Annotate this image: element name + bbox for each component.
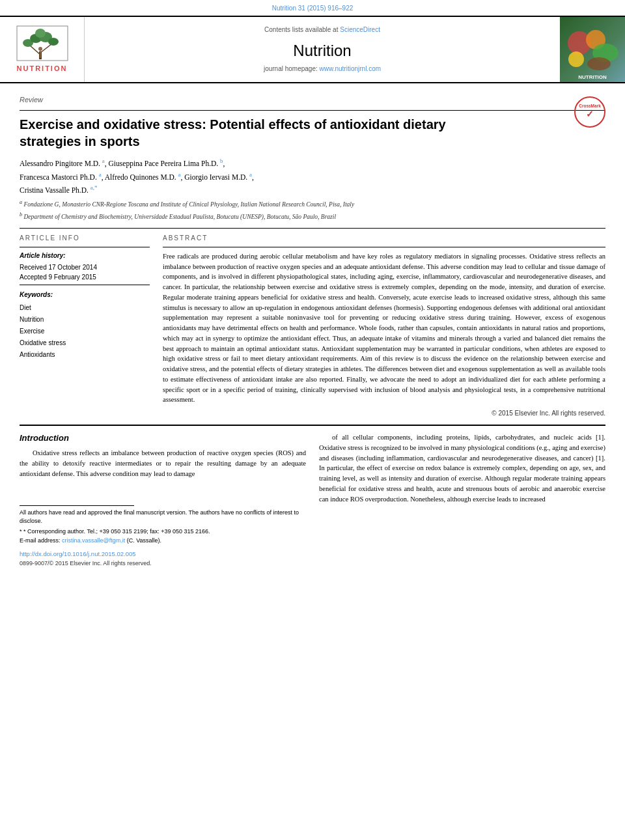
abstract-divider <box>163 247 605 247</box>
header-center: Contents lists available at ScienceDirec… <box>85 17 560 82</box>
elsevier-text: NUTRITION <box>17 64 68 74</box>
keywords-label: Keywords: <box>20 290 150 300</box>
journal-url[interactable]: www.nutritionjrnl.com <box>320 65 381 72</box>
svg-point-7 <box>35 29 46 38</box>
abstract-header: ABSTRACT <box>163 234 605 243</box>
info-abstract-section: ARTICLE INFO Article history: Received 1… <box>20 234 605 418</box>
title-area: CrossMark ✓ Exercise and oxidative stres… <box>20 116 605 150</box>
intro-left-text: Oxidative stress reflects an imbalance b… <box>20 448 306 479</box>
article-title: Exercise and oxidative stress: Potential… <box>20 116 475 150</box>
journal-homepage: journal homepage: www.nutritionjrnl.com <box>264 64 381 74</box>
body-divider <box>20 425 605 426</box>
abstract-text: Free radicals are produced during aerobi… <box>163 251 605 405</box>
article-info-col: ARTICLE INFO Article history: Received 1… <box>20 234 150 418</box>
introduction-heading: Introduction <box>20 432 306 444</box>
title-divider <box>20 110 605 111</box>
issn-line: 0899-9007/© 2015 Elsevier Inc. All right… <box>20 559 306 568</box>
elsevier-logo: NUTRITION <box>0 17 85 82</box>
keyword-oxidative-stress: Oxidative stress <box>20 337 150 349</box>
article-info-header: ARTICLE INFO <box>20 234 150 243</box>
intro-right-col: of all cellular components, including pr… <box>319 432 605 567</box>
footnote-corresponding: * * Corresponding author. Tel.; +39 050 … <box>20 527 306 537</box>
copyright-line: © 2015 Elsevier Inc. All rights reserved… <box>163 409 605 418</box>
contents-available: Contents lists available at ScienceDirec… <box>264 25 380 35</box>
svg-point-6 <box>48 38 59 46</box>
info-abstract-divider <box>20 228 605 229</box>
nutrition-cover-image: NUTRITION <box>560 17 625 82</box>
keyword-antioxidants: Antioxidants <box>20 349 150 361</box>
keyword-nutrition: Nutrition <box>20 314 150 326</box>
authors: Alessandro Pingitore M.D. a, Giuseppina … <box>20 156 605 196</box>
introduction-section: Introduction Oxidative stress reflects a… <box>20 432 605 567</box>
footnote-email: E-mail address: cristina.vassalle@ftgm.i… <box>20 537 306 546</box>
keywords-divider <box>20 285 150 285</box>
journal-ref: Nutrition 31 (2015) 916–922 <box>0 0 625 16</box>
intro-right-text: of all cellular components, including pr… <box>319 432 605 504</box>
svg-point-16 <box>587 57 611 70</box>
footnote-note1: All authors have read and approved the f… <box>20 509 306 526</box>
svg-text:NUTRITION: NUTRITION <box>578 74 607 80</box>
affiliation-a: a Fondazione G, Monasterio CNR-Regione T… <box>20 199 605 209</box>
affiliation-b: b Department of Chemistry and Biochemist… <box>20 211 605 221</box>
info-divider <box>20 247 150 247</box>
svg-point-8 <box>38 47 42 51</box>
svg-point-15 <box>568 51 584 67</box>
keyword-exercise: Exercise <box>20 326 150 337</box>
intro-left-col: Introduction Oxidative stress reflects a… <box>20 432 306 567</box>
footnote-divider <box>20 505 134 506</box>
received-date: Received 17 October 2014 <box>20 263 150 272</box>
article-type-label: Review <box>20 95 605 105</box>
history-label: Article history: <box>20 251 150 260</box>
journal-title: Nutrition <box>293 40 351 62</box>
doi-link[interactable]: http://dx.doi.org/10.1016/j.nut.2015.02.… <box>20 550 306 558</box>
crossmark-badge[interactable]: CrossMark ✓ <box>574 96 605 128</box>
abstract-col: ABSTRACT Free radicals are produced duri… <box>163 234 605 418</box>
keyword-diet: Diet <box>20 302 150 314</box>
journal-header: NUTRITION Contents lists available at Sc… <box>0 16 625 83</box>
email-link[interactable]: cristina.vassalle@ftgm.it <box>62 537 125 544</box>
article-body: Review CrossMark ✓ Exercise and oxidativ… <box>0 83 625 568</box>
sciencedirect-link[interactable]: ScienceDirect <box>340 26 380 33</box>
accepted-date: Accepted 9 February 2015 <box>20 273 150 282</box>
